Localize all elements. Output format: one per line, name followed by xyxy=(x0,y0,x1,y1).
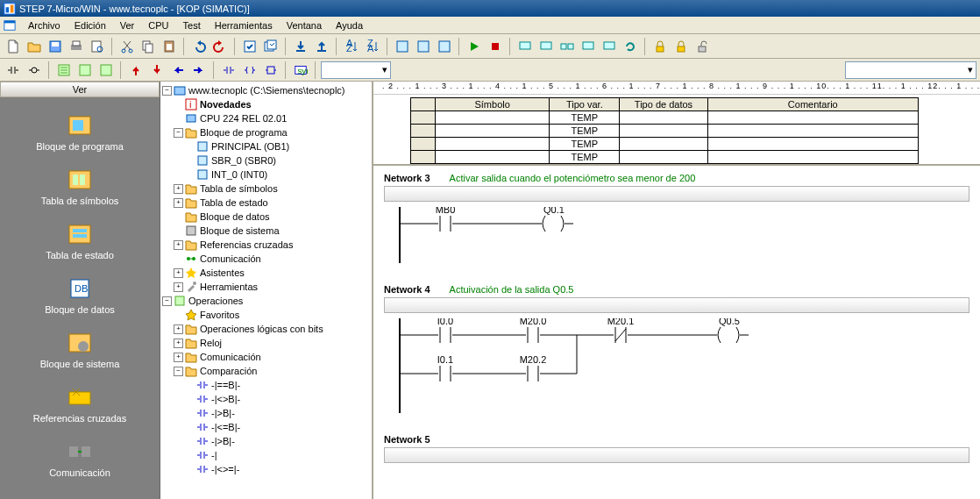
menu-herramientas[interactable]: Herramientas xyxy=(208,18,280,32)
tree-item-11[interactable]: Comunicación xyxy=(162,252,370,266)
open-button[interactable] xyxy=(25,37,44,56)
new-button[interactable] xyxy=(4,37,23,56)
sym-table-button[interactable]: sym xyxy=(291,61,310,80)
tree-root[interactable]: −www.tecnoplc (C:\Siemens\tecnoplc) xyxy=(162,83,370,97)
tree-item-23[interactable]: -|<=B|- xyxy=(162,420,370,434)
monitor5-button[interactable] xyxy=(600,37,619,56)
table-row[interactable]: TEMP xyxy=(411,125,919,138)
tree-item-5[interactable]: INT_0 (INT0) xyxy=(162,168,370,182)
expand-icon[interactable]: − xyxy=(162,296,172,306)
network-bar[interactable] xyxy=(384,447,969,463)
tree-item-13[interactable]: +Herramientas xyxy=(162,280,370,294)
paste-button[interactable] xyxy=(160,37,179,56)
wire-left-button[interactable] xyxy=(168,61,188,80)
ladder-view-button[interactable] xyxy=(54,61,74,80)
table-cell[interactable] xyxy=(620,151,707,164)
expand-icon[interactable]: − xyxy=(162,86,172,96)
nav-item-5[interactable]: Referencias cruzadas xyxy=(0,385,160,424)
tree-item-8[interactable]: Bloque de datos xyxy=(162,210,370,224)
lock1-button[interactable] xyxy=(650,37,670,56)
table-cell[interactable] xyxy=(436,125,550,138)
tree-item-18[interactable]: +Comunicación xyxy=(162,350,370,364)
tree-item-10[interactable]: +Referencias cruzadas xyxy=(162,238,370,252)
menu-ayuda[interactable]: Ayuda xyxy=(329,18,370,32)
table-row[interactable]: TEMP xyxy=(411,138,919,151)
monitor4-button[interactable] xyxy=(579,37,598,56)
tree-item-14[interactable]: −Operaciones xyxy=(162,294,370,308)
stl-view-button[interactable] xyxy=(75,61,95,80)
network-area[interactable]: Network 3Activar salida cuando el potenc… xyxy=(373,164,980,499)
tree-item-7[interactable]: +Tabla de estado xyxy=(162,196,370,210)
table-cell[interactable]: TEMP xyxy=(550,138,620,151)
undo-button[interactable] xyxy=(189,37,209,56)
expand-icon[interactable]: + xyxy=(174,324,183,334)
tool-contact-span-button[interactable] xyxy=(4,61,23,80)
download-button[interactable] xyxy=(291,37,310,56)
options-a-button[interactable] xyxy=(393,37,412,56)
nav-item-2[interactable]: Tabla de estado xyxy=(0,222,160,260)
insert-contact-button[interactable] xyxy=(219,61,238,80)
monitor1-button[interactable] xyxy=(515,37,535,56)
stop-button[interactable] xyxy=(486,37,505,56)
table-row[interactable]: TEMP xyxy=(411,151,919,164)
expand-icon[interactable]: − xyxy=(174,128,183,138)
expand-icon[interactable]: + xyxy=(174,240,183,250)
print-button[interactable] xyxy=(67,37,86,56)
tree-item-20[interactable]: -|==B|- xyxy=(162,378,370,392)
table-cell[interactable] xyxy=(707,138,918,151)
tree-item-21[interactable]: -|<>B|- xyxy=(162,392,370,406)
nav-item-0[interactable]: Bloque de programa xyxy=(0,113,160,152)
ladder-diagram[interactable]: MB0200Q0.1 xyxy=(384,207,945,263)
table-cell[interactable] xyxy=(436,111,550,125)
nav-item-3[interactable]: DBBloque de datos xyxy=(0,276,160,315)
wire-right-button[interactable] xyxy=(189,61,209,80)
table-cell[interactable]: TEMP xyxy=(550,125,620,138)
network-bar[interactable] xyxy=(384,297,969,313)
table-cell[interactable]: TEMP xyxy=(550,151,620,164)
address-dropdown[interactable]: ▾ xyxy=(845,61,976,79)
compile-button[interactable] xyxy=(240,37,259,56)
tree-item-12[interactable]: +Asistentes xyxy=(162,266,370,280)
monitor2-button[interactable] xyxy=(536,37,556,56)
tree-item-6[interactable]: +Tabla de símbolos xyxy=(162,182,370,196)
copy-button[interactable] xyxy=(138,37,158,56)
menu-test[interactable]: Test xyxy=(176,18,208,32)
tree-item-3[interactable]: PRINCIPAL (OB1) xyxy=(162,139,370,153)
table-cell[interactable] xyxy=(411,151,436,164)
menu-edición[interactable]: Edición xyxy=(67,18,113,32)
tree-item-25[interactable]: -| xyxy=(162,448,370,462)
expand-icon[interactable]: + xyxy=(174,268,183,278)
table-cell[interactable] xyxy=(411,138,436,151)
table-cell[interactable] xyxy=(707,111,918,125)
compile-all-button[interactable] xyxy=(261,37,281,56)
table-cell[interactable] xyxy=(436,138,550,151)
declaration-table[interactable]: SímboloTipo var.Tipo de datosComentarioT… xyxy=(410,97,919,164)
tree-item-9[interactable]: Bloque de sistema xyxy=(162,224,370,238)
table-cell[interactable] xyxy=(707,151,918,164)
tree-item-24[interactable]: -|>B|- xyxy=(162,434,370,448)
save-button[interactable] xyxy=(46,37,65,56)
table-cell[interactable] xyxy=(707,125,918,138)
fbd-view-button[interactable] xyxy=(96,61,116,80)
tree-item-26[interactable]: -|<>=|- xyxy=(162,462,370,476)
insert-coil-button[interactable] xyxy=(240,61,259,80)
insert-box-button[interactable] xyxy=(261,61,281,80)
nav-item-1[interactable]: Tabla de símbolos xyxy=(0,168,160,206)
table-cell[interactable] xyxy=(436,151,550,164)
tree-item-15[interactable]: Favoritos xyxy=(162,308,370,322)
table-cell[interactable] xyxy=(620,125,707,138)
expand-icon[interactable]: + xyxy=(174,353,183,362)
redo-button[interactable] xyxy=(210,37,230,56)
table-cell[interactable]: TEMP xyxy=(550,111,620,125)
options-c-button[interactable] xyxy=(435,37,454,56)
cut-button[interactable] xyxy=(117,37,137,56)
lock2-button[interactable] xyxy=(671,37,691,56)
sort-asc-button[interactable]: AZ xyxy=(342,37,361,56)
table-cell[interactable] xyxy=(620,138,707,151)
run-button[interactable] xyxy=(465,37,484,56)
tree-item-2[interactable]: −Bloque de programa xyxy=(162,125,370,139)
nav-item-4[interactable]: Bloque de sistema xyxy=(0,331,160,369)
tree-item-19[interactable]: −Comparación xyxy=(162,364,370,378)
tree-item-16[interactable]: +Operaciones lógicas con bits xyxy=(162,322,370,336)
project-tree[interactable]: −www.tecnoplc (C:\Siemens\tecnoplc)iNove… xyxy=(160,82,373,499)
